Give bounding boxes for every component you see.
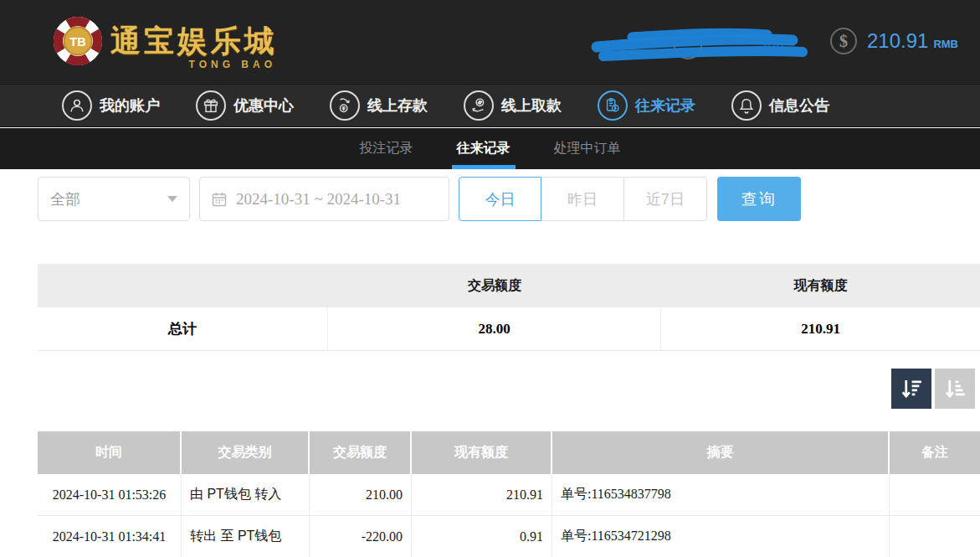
type-select-value: 全部 — [50, 189, 80, 209]
summary-table: 交易额度 现有额度 总计 28.00 210.91 — [38, 264, 980, 351]
header-balance: 现有额度 — [412, 431, 552, 474]
bell-icon — [731, 90, 762, 121]
cell-type: 由 PT钱包 转入 — [182, 474, 310, 515]
balance-currency: RMB — [933, 32, 958, 50]
nav-item-my-account[interactable]: 我的账户 — [62, 90, 160, 121]
balance-display: $ 210.91 RMB — [830, 28, 958, 54]
cell-balance: 0.91 — [412, 516, 552, 557]
range-button-label: 昨日 — [567, 189, 598, 209]
nav-label: 线上取款 — [501, 95, 562, 116]
main-nav: 我的账户 优惠中心 线上存款 — [0, 84, 980, 127]
nav-item-announcements[interactable]: 信息公告 — [731, 90, 829, 121]
table-row: 2024-10-31 01:53:26 由 PT钱包 转入 210.00 210… — [38, 474, 980, 516]
header-type: 交易类别 — [182, 431, 310, 474]
filter-row: 全部 2024-10-31 ~ 2024-10-31 今日 昨日 近7日 — [38, 177, 942, 221]
table-row: 2024-10-31 01:34:41 转出 至 PT钱包 -220.00 0.… — [38, 516, 980, 557]
range-button-label: 近7日 — [646, 189, 685, 209]
sort-descending-icon — [899, 376, 924, 401]
range-button-label: 今日 — [485, 189, 516, 209]
top-header: TB 通宝娱乐城 TONG BAO 500 $ 210.91 RMB — [0, 0, 980, 84]
nav-item-withdraw[interactable]: 线上取款 — [464, 90, 562, 121]
sort-ascending-icon — [942, 376, 967, 401]
site-logo[interactable]: TB 通宝娱乐城 TONG BAO — [52, 15, 278, 67]
chevron-down-icon — [167, 196, 177, 202]
sub-nav: 投注记录 往来记录 处理中订单 — [0, 128, 980, 169]
range-yesterday-button[interactable]: 昨日 — [541, 177, 624, 221]
search-button-label: 查询 — [741, 188, 777, 210]
currency-coin-icon: $ — [830, 28, 857, 54]
page: TB 通宝娱乐城 TONG BAO 500 $ 210.91 RMB — [0, 0, 980, 557]
nav-label: 优惠中心 — [233, 95, 294, 116]
tab-transaction-records[interactable]: 往来记录 — [455, 128, 512, 169]
nav-label: 线上存款 — [367, 95, 428, 116]
summary-header-current-amount: 现有额度 — [661, 264, 980, 307]
records-table-header: 时间 交易类别 交易额度 现有额度 摘要 备注 — [38, 431, 980, 474]
quick-range-group: 今日 昨日 近7日 — [459, 177, 707, 221]
active-tab-underline — [452, 165, 516, 169]
nav-label: 往来记录 — [635, 95, 695, 116]
balance-amount: 210.91 — [867, 29, 928, 53]
withdraw-icon — [464, 90, 494, 121]
username-area: 500 — [582, 25, 816, 65]
casino-chip-icon: TB — [52, 15, 104, 67]
redaction-scribble — [582, 25, 816, 65]
account-icon — [62, 90, 92, 121]
tab-label: 处理中订单 — [554, 140, 621, 157]
date-range-input[interactable]: 2024-10-31 ~ 2024-10-31 — [199, 177, 449, 221]
type-select[interactable]: 全部 — [38, 177, 190, 221]
logo-text: 通宝娱乐城 TONG BAO — [110, 21, 278, 62]
header-summary: 摘要 — [552, 431, 890, 474]
calendar-icon — [211, 191, 228, 208]
range-last7days-button[interactable]: 近7日 — [624, 177, 707, 221]
nav-label: 我的账户 — [100, 95, 160, 116]
sort-ascending-button[interactable] — [935, 369, 975, 409]
range-today-button[interactable]: 今日 — [459, 177, 541, 221]
summary-total-row: 总计 28.00 210.91 — [38, 307, 980, 351]
nav-item-promotions[interactable]: 优惠中心 — [196, 90, 294, 121]
cell-summary: 单号:116534837798 — [552, 474, 890, 515]
cell-amount: 210.00 — [310, 474, 412, 515]
nav-item-transaction-records[interactable]: 往来记录 — [598, 90, 695, 121]
deposit-icon — [330, 90, 360, 121]
summary-current-amount: 210.91 — [661, 307, 980, 350]
header-time: 时间 — [38, 431, 182, 474]
header-remark: 备注 — [890, 431, 980, 474]
tab-label: 投注记录 — [360, 140, 413, 157]
records-icon — [598, 90, 628, 121]
cell-amount: -220.00 — [310, 516, 412, 557]
tab-betting-records[interactable]: 投注记录 — [358, 128, 415, 169]
cell-time: 2024-10-31 01:53:26 — [38, 474, 182, 515]
cell-balance: 210.91 — [412, 474, 552, 515]
nav-label: 信息公告 — [769, 95, 829, 116]
summary-header-empty — [38, 264, 328, 307]
cell-time: 2024-10-31 01:34:41 — [38, 516, 182, 557]
date-range-value: 2024-10-31 ~ 2024-10-31 — [236, 190, 401, 209]
gift-icon — [196, 90, 226, 121]
nav-item-deposit[interactable]: 线上存款 — [330, 90, 428, 121]
tab-label: 往来记录 — [457, 140, 511, 157]
header-amount: 交易额度 — [310, 431, 412, 474]
summary-table-header: 交易额度 现有额度 — [38, 264, 980, 307]
summary-trade-amount: 28.00 — [328, 307, 661, 350]
cell-summary: 单号:116534721298 — [552, 516, 890, 557]
search-button[interactable]: 查询 — [717, 177, 801, 221]
svg-text:TB: TB — [69, 35, 85, 49]
cell-remark — [890, 516, 980, 557]
logo-title-en: TONG BAO — [189, 59, 276, 70]
sort-descending-button[interactable] — [891, 369, 931, 409]
tab-pending-orders[interactable]: 处理中订单 — [552, 128, 623, 169]
cell-remark — [890, 474, 980, 515]
sort-button-group — [891, 369, 975, 409]
records-table: 时间 交易类别 交易额度 现有额度 摘要 备注 2024-10-31 01:53… — [38, 431, 980, 557]
summary-header-trade-amount: 交易额度 — [328, 264, 661, 307]
summary-total-label: 总计 — [38, 307, 328, 350]
cell-type: 转出 至 PT钱包 — [182, 516, 310, 557]
logo-title-cn: 通宝娱乐城 — [110, 21, 278, 62]
